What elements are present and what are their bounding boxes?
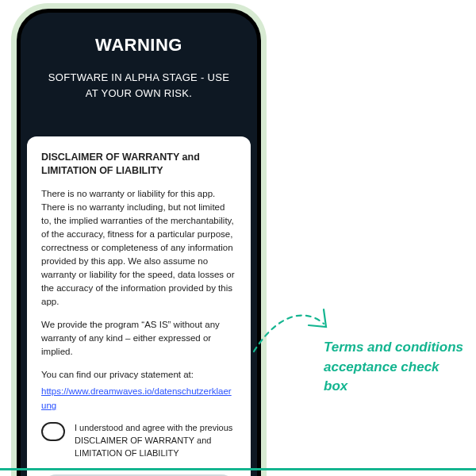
page-title: WARNING: [41, 35, 236, 56]
disclaimer-heading: DISCLAIMER OF WARRANTY and LIMITATION OF…: [41, 151, 236, 178]
phone-bezel: WARNING SOFTWARE IN ALPHA STAGE - USE AT…: [17, 9, 261, 476]
agree-checkbox[interactable]: [41, 422, 65, 441]
header-area: WARNING SOFTWARE IN ALPHA STAGE - USE AT…: [21, 13, 257, 115]
disclaimer-card: DISCLAIMER OF WARRANTY and LIMITATION OF…: [27, 136, 251, 476]
callout-label: Terms and conditions acceptance check bo…: [324, 338, 466, 397]
privacy-intro: You can find our privacy statement at:: [41, 368, 236, 382]
phone-frame: WARNING SOFTWARE IN ALPHA STAGE - USE AT…: [11, 3, 267, 476]
disclaimer-paragraph-1: There is no warranty or liability for th…: [41, 187, 236, 309]
privacy-link[interactable]: https://www.dreamwaves.io/datenschutzerk…: [41, 386, 232, 410]
footer-accent-line: [0, 468, 476, 470]
app-screen: WARNING SOFTWARE IN ALPHA STAGE - USE AT…: [21, 13, 257, 476]
page-subtitle: SOFTWARE IN ALPHA STAGE - USE AT YOUR OW…: [41, 70, 236, 101]
disclaimer-paragraph-2: We provide the program “AS IS” without a…: [41, 318, 236, 359]
agree-row: I understood and agree with the previous…: [41, 421, 236, 460]
agree-text: I understood and agree with the previous…: [75, 421, 236, 460]
